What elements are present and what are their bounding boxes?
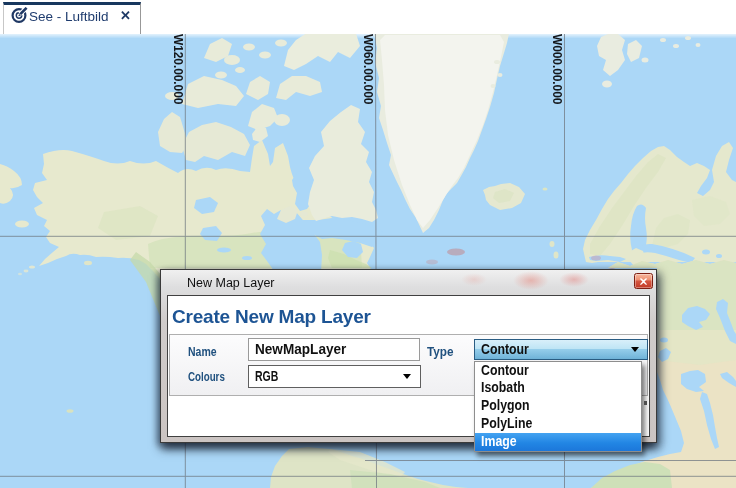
- svg-text:W120.00.000: W120.00.000: [171, 34, 185, 105]
- svg-text:W000.00.000: W000.00.000: [550, 34, 564, 105]
- svg-text:W060.00.000: W060.00.000: [361, 34, 375, 105]
